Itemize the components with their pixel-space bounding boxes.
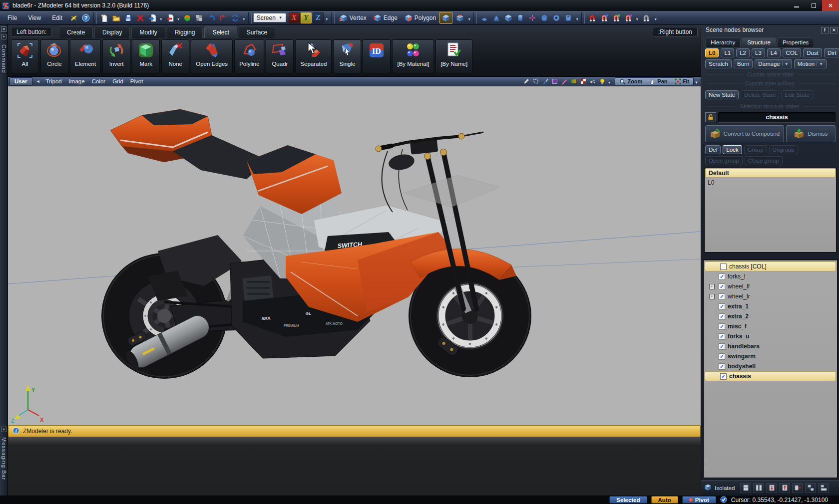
expand-icon[interactable]: + xyxy=(709,294,715,299)
fx-motion-button[interactable]: Motion▼ xyxy=(794,59,827,68)
node-checkbox[interactable]: ✓ xyxy=(719,273,725,280)
lock-icon[interactable] xyxy=(705,112,716,122)
screen-select[interactable]: Screen▼ xyxy=(253,13,286,22)
check-icon[interactable] xyxy=(720,496,727,504)
tool-polyline-button[interactable]: Polyline xyxy=(234,39,264,73)
convert-to-compound-button[interactable]: Convert to Compound xyxy=(705,125,784,142)
expand-icon[interactable]: + xyxy=(709,284,715,289)
axis-overflow-icon[interactable]: ▾ xyxy=(324,13,330,22)
delete-icon[interactable] xyxy=(135,12,146,23)
ribbon-tab-display[interactable]: Display xyxy=(94,26,130,38)
ribbon-tab-rigging[interactable]: Rigging xyxy=(167,26,203,38)
tool-open-edges-button[interactable]: Open Edges xyxy=(191,39,233,73)
menu-view[interactable]: View xyxy=(22,13,46,23)
pin-icon[interactable]: ⌖ xyxy=(1,34,6,39)
maximize-button[interactable] xyxy=(805,0,822,11)
panel-tab-structure[interactable]: Structure xyxy=(742,37,776,47)
viewport-menu-image[interactable]: Image xyxy=(65,78,88,84)
undo-icon[interactable] xyxy=(206,12,217,23)
del-button[interactable]: Del xyxy=(705,145,721,154)
ribbon-tab-surface[interactable]: Surface xyxy=(239,26,275,38)
viewport-nav-overflow[interactable]: ▼ xyxy=(694,77,699,86)
node-checkbox[interactable]: ✓ xyxy=(719,333,725,340)
ribbon-tab-create[interactable]: Create xyxy=(59,26,93,38)
pin-icon[interactable]: ⌖ xyxy=(1,427,6,432)
chevron-down-icon[interactable]: ▼ xyxy=(782,62,789,66)
edge-mode-button[interactable]: Edge xyxy=(370,13,401,23)
settings-icon[interactable] xyxy=(68,12,79,23)
node-checkbox[interactable]: ✓ xyxy=(719,313,725,320)
node-checkbox[interactable]: ✓ xyxy=(719,303,725,310)
axis-x-button[interactable]: X xyxy=(289,12,300,23)
sketch-icon[interactable] xyxy=(522,77,530,85)
magnet2-overflow-icon[interactable]: ▾ xyxy=(653,13,658,22)
list-export-icon[interactable] xyxy=(779,483,790,493)
tool-single-button[interactable]: Single xyxy=(333,39,361,73)
layer-l2-button[interactable]: L2 xyxy=(736,48,750,57)
close-button[interactable]: × xyxy=(822,0,839,11)
layer-l4-button[interactable]: L4 xyxy=(767,48,781,57)
node-row-extra-1[interactable]: ✓extra_1 xyxy=(704,301,837,311)
prim-helper-icon-button[interactable] xyxy=(527,12,538,23)
node-checkbox[interactable]: ✓ xyxy=(719,343,725,350)
node-row-chassis-col-[interactable]: chassis [COL] xyxy=(705,261,836,271)
node-row-bodyshell[interactable]: ✓bodyshell xyxy=(704,361,837,371)
axis-y-button[interactable]: Y xyxy=(301,12,312,23)
tool-all-button[interactable]: All xyxy=(11,39,39,73)
node-checkbox[interactable]: ✓ xyxy=(719,293,725,300)
fx-scratch-button[interactable]: Scratch xyxy=(705,59,732,68)
faces-mode-icon-button[interactable] xyxy=(439,12,452,24)
node-row-swingarm[interactable]: ✓swingarm xyxy=(704,351,837,361)
tool-mark-button[interactable]: Mark xyxy=(132,39,160,73)
viewport-icons-overflow[interactable]: ▾ xyxy=(606,77,612,86)
node-row-extra-2[interactable]: ✓extra_2 xyxy=(704,311,837,321)
fit-button[interactable]: Fit xyxy=(672,78,692,85)
dropdown-arrow-icon[interactable]: ▾ xyxy=(158,13,164,22)
close-icon[interactable]: ✕ xyxy=(1,26,6,32)
node-checkbox[interactable]: ✓ xyxy=(719,283,725,290)
layer-l3-button[interactable]: L3 xyxy=(752,48,765,57)
tool-none-button[interactable]: None xyxy=(161,39,189,73)
node-row-chassis[interactable]: ✓chassis xyxy=(705,371,836,381)
import-icon[interactable] xyxy=(147,12,158,23)
panel-tab-hierarchy[interactable]: Hierarchy xyxy=(705,37,741,47)
dropdown-arrow-icon[interactable]: ▾ xyxy=(176,13,181,22)
prim-tube-icon-button[interactable] xyxy=(563,12,574,23)
node-checkbox[interactable]: ✓ xyxy=(719,363,725,370)
pen-icon[interactable] xyxy=(560,77,568,85)
panel-rows-icon[interactable] xyxy=(740,483,751,493)
node-row-forks-u[interactable]: ✓forks_u xyxy=(704,331,837,341)
layer-dust-button[interactable]: Dust xyxy=(803,48,822,57)
viewport-menu-grid[interactable]: Grid xyxy=(109,78,127,84)
tool-by-name-button[interactable]: [By Name] xyxy=(435,39,472,73)
smudge-icon[interactable] xyxy=(588,77,597,85)
gradient-icon[interactable] xyxy=(569,77,578,85)
axis-z-button[interactable]: Z xyxy=(313,12,324,23)
menu-file[interactable]: File xyxy=(2,13,22,23)
texture-icon[interactable] xyxy=(194,12,205,23)
tool-id-button[interactable]: ID xyxy=(363,39,391,73)
magnet-vertex-icon-button[interactable] xyxy=(599,12,610,23)
ribbon-tab-modify[interactable]: Modify xyxy=(131,26,165,38)
panel-tab-properties[interactable]: Properties xyxy=(777,37,814,47)
node-row-misc-f[interactable]: ✓misc_f xyxy=(704,321,837,331)
ribbon-tab-select[interactable]: Select xyxy=(204,26,237,38)
close-icon[interactable] xyxy=(830,27,838,33)
tool-circle-button[interactable]: Circle xyxy=(40,39,68,73)
viewport-menu-pivot[interactable]: Pivot xyxy=(127,78,147,84)
magnet-face-icon-button[interactable] xyxy=(623,12,634,23)
list-transfer-icon[interactable] xyxy=(792,483,803,493)
viewport-menu-color[interactable]: Color xyxy=(88,78,109,84)
view-select-button[interactable]: User xyxy=(9,77,32,86)
refresh-icon[interactable] xyxy=(230,12,241,23)
layer-col-button[interactable]: COL xyxy=(783,48,802,57)
magnet-disabled-button[interactable] xyxy=(640,12,653,24)
menu-edit[interactable]: Edit xyxy=(46,13,68,23)
primitives-overflow-icon[interactable]: ▾ xyxy=(574,13,580,22)
panel-split-icon[interactable] xyxy=(753,483,764,493)
prim-sphere-icon-button[interactable] xyxy=(539,12,550,23)
edit-state-button[interactable]: Edit State xyxy=(781,90,813,99)
tool-element-button[interactable]: Element xyxy=(70,39,101,73)
magnet-strong-icon-button[interactable] xyxy=(587,12,598,23)
selection-name-field[interactable]: chassis xyxy=(718,112,836,122)
